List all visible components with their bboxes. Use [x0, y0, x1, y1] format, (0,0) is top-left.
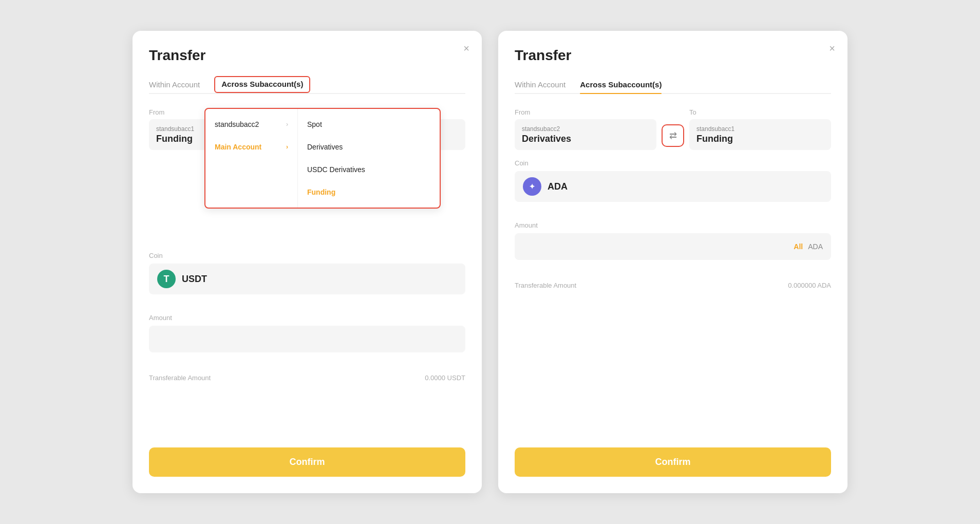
modal-title-1: Transfer	[149, 47, 465, 64]
tab-within-account-2[interactable]: Within Account	[515, 76, 566, 93]
account-dropdown-1[interactable]: standsubacc2 › Main Account › Spot Deriv…	[204, 108, 441, 209]
dropdown-right-funding[interactable]: Funding	[298, 181, 440, 203]
tab-row-2: Within Account Across Subaccount(s)	[515, 76, 831, 94]
coin-label-2: Coin	[515, 159, 831, 167]
tab-row-1: Within Account Across Subaccount(s)	[149, 76, 465, 94]
transferable-label-2: Transferable Amount	[515, 282, 576, 289]
coin-box-2[interactable]: ✦ ADA	[515, 171, 831, 202]
from-to-wrapper-2: From standsubacc2 Derivatives ⇄ To stand…	[515, 108, 831, 150]
to-account-2: Funding	[696, 134, 824, 144]
to-sub-2: standsubacc1	[696, 125, 824, 133]
tab-across-subaccounts-1[interactable]: Across Subaccount(s)	[214, 76, 310, 93]
coin-box-1[interactable]: T USDT	[149, 264, 465, 294]
confirm-button-1[interactable]: Confirm	[149, 447, 465, 477]
dropdown-left-1: standsubacc2 › Main Account ›	[205, 109, 298, 208]
amount-unit-2: ADA	[808, 242, 823, 251]
amount-box-1[interactable]	[149, 326, 465, 352]
dropdown-right-spot[interactable]: Spot	[298, 113, 440, 136]
coin-icon-1: T	[157, 270, 176, 288]
coin-name-1: USDT	[182, 274, 207, 285]
dropdown-right-derivatives[interactable]: Derivatives	[298, 136, 440, 158]
coin-icon-2: ✦	[523, 177, 541, 196]
swap-button-2[interactable]: ⇄	[662, 124, 684, 147]
amount-label-2: Amount	[515, 221, 831, 229]
transferable-value-1: 0.0000 USDT	[425, 374, 465, 382]
from-label-2: From	[515, 108, 656, 116]
tab-within-account-1[interactable]: Within Account	[149, 76, 200, 93]
dropdown-right-1: Spot Derivatives USDC Derivatives Fundin…	[298, 109, 440, 208]
close-button-1[interactable]: ×	[463, 43, 469, 53]
transferable-label-1: Transferable Amount	[149, 374, 211, 382]
amount-section-1: Amount	[149, 314, 465, 361]
to-label-2: To	[689, 108, 831, 116]
transfer-modal-1: × Transfer Within Account Across Subacco…	[133, 31, 482, 493]
transferable-row-2: Transferable Amount 0.000000 ADA	[515, 282, 831, 289]
from-account-box-2[interactable]: standsubacc2 Derivatives	[515, 119, 656, 150]
coin-label-1: Coin	[149, 252, 465, 259]
amount-all-2[interactable]: All	[794, 242, 803, 251]
from-sub-2: standsubacc2	[522, 125, 649, 133]
transferable-value-2: 0.000000 ADA	[788, 282, 831, 289]
dropdown-left-item-main-account[interactable]: Main Account ›	[205, 136, 297, 158]
dropdown-right-usdc-derivatives[interactable]: USDC Derivatives	[298, 158, 440, 181]
from-col-2: From standsubacc2 Derivatives	[515, 108, 656, 150]
transferable-row-1: Transferable Amount 0.0000 USDT	[149, 374, 465, 382]
coin-section-2: Coin ✦ ADA	[515, 159, 831, 212]
tab-across-subaccounts-2[interactable]: Across Subaccount(s)	[580, 76, 662, 93]
modal-title-2: Transfer	[515, 47, 831, 64]
amount-input-2[interactable]	[523, 242, 788, 251]
amount-section-2: Amount All ADA	[515, 221, 831, 268]
confirm-button-2[interactable]: Confirm	[515, 447, 831, 477]
amount-input-1[interactable]	[157, 334, 457, 344]
coin-name-2: ADA	[548, 181, 568, 192]
dropdown-left-item-standsubacc2[interactable]: standsubacc2 ›	[205, 113, 297, 136]
amount-label-1: Amount	[149, 314, 465, 322]
to-account-box-2[interactable]: standsubacc1 Funding	[689, 119, 831, 150]
amount-box-2[interactable]: All ADA	[515, 233, 831, 260]
to-col-2: To standsubacc1 Funding	[689, 108, 831, 150]
from-account-2: Derivatives	[522, 134, 649, 144]
transfer-modal-2: × Transfer Within Account Across Subacco…	[498, 31, 847, 493]
close-button-2[interactable]: ×	[829, 43, 835, 53]
coin-section-1: Coin T USDT	[149, 252, 465, 305]
